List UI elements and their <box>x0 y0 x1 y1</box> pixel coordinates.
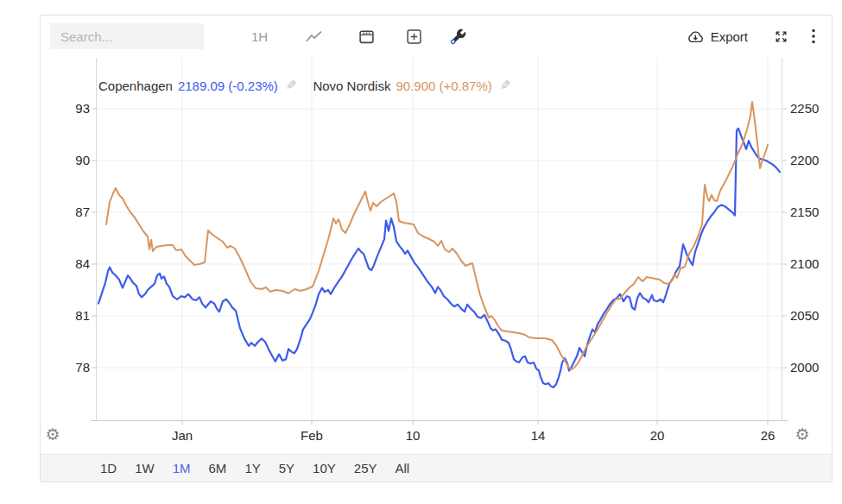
range-button-all[interactable]: All <box>396 461 410 476</box>
range-selector: 1D1W1M6M1Y5Y10Y25YAll <box>41 454 832 482</box>
toolbar: 1H <box>41 16 832 57</box>
range-button-1w[interactable]: 1W <box>135 461 155 476</box>
kebab-menu-icon[interactable] <box>811 28 816 44</box>
left-axis-label: 84 <box>41 255 90 273</box>
series-line-novo-nordisk <box>106 102 768 369</box>
left-axis-label: 87 <box>41 204 90 221</box>
search-input[interactable] <box>50 23 204 49</box>
right-axis-label: 2000 <box>790 359 833 376</box>
legend-series-name: Copenhagen <box>98 79 173 93</box>
chart-area: JanFeb10142026 Copenhagen2189.09 (-0.23%… <box>41 57 832 453</box>
right-axis-label: 2100 <box>790 255 833 273</box>
x-axis-label: 14 <box>531 428 546 443</box>
range-button-1y[interactable]: 1Y <box>244 461 260 476</box>
series-line-copenhagen <box>98 129 780 387</box>
calendar-icon[interactable] <box>358 28 375 45</box>
right-axis-label: 2250 <box>790 100 833 117</box>
left-axis-label: 78 <box>41 359 90 376</box>
x-axis-label: 20 <box>650 428 665 443</box>
range-button-5y[interactable]: 5Y <box>279 461 294 476</box>
right-axis-label: 2050 <box>790 307 833 324</box>
export-label: Export <box>711 29 748 44</box>
range-button-1d[interactable]: 1D <box>100 461 117 476</box>
chart-widget: 1H <box>40 15 833 482</box>
legend-edit-pencil-icon[interactable]: ✎ <box>500 78 511 93</box>
left-axis-settings-gear[interactable]: ⚙ <box>43 425 62 444</box>
interval-select[interactable]: 1H <box>251 29 268 44</box>
range-button-10y[interactable]: 10Y <box>313 461 336 476</box>
right-axis-settings-gear[interactable]: ⚙ <box>793 425 812 444</box>
settings-wrench-icon[interactable] <box>450 28 466 45</box>
fullscreen-icon[interactable] <box>774 29 788 44</box>
legend: Copenhagen2189.09 (-0.23%)✎Novo Nordisk9… <box>98 78 519 93</box>
range-button-6m[interactable]: 6M <box>209 461 227 476</box>
left-axis-label: 93 <box>41 100 90 117</box>
legend-edit-pencil-icon[interactable]: ✎ <box>286 78 297 93</box>
x-axis-label: Jan <box>172 428 193 443</box>
x-axis-label: Feb <box>301 428 323 443</box>
chart-type-icon[interactable] <box>306 30 322 43</box>
left-axis-label: 81 <box>41 307 90 324</box>
legend-series-name: Novo Nordisk <box>313 79 390 93</box>
left-axis-label: 90 <box>41 152 90 169</box>
add-indicator-icon[interactable] <box>406 28 422 45</box>
legend-series-value: 2189.09 (-0.23%) <box>178 79 278 93</box>
page-background: 1H <box>0 0 842 504</box>
export-button[interactable]: Export <box>686 29 748 44</box>
right-axis-label: 2200 <box>790 152 833 169</box>
x-axis-label: 26 <box>761 428 776 443</box>
x-axis-label: 10 <box>406 428 421 443</box>
legend-series-value: 90.900 (+0.87%) <box>396 79 491 93</box>
range-button-1m[interactable]: 1M <box>173 461 191 476</box>
range-button-25y[interactable]: 25Y <box>354 461 377 476</box>
chart-svg[interactable]: JanFeb10142026 <box>96 58 782 453</box>
right-axis-label: 2150 <box>790 204 833 221</box>
cloud-download-icon <box>686 29 706 44</box>
